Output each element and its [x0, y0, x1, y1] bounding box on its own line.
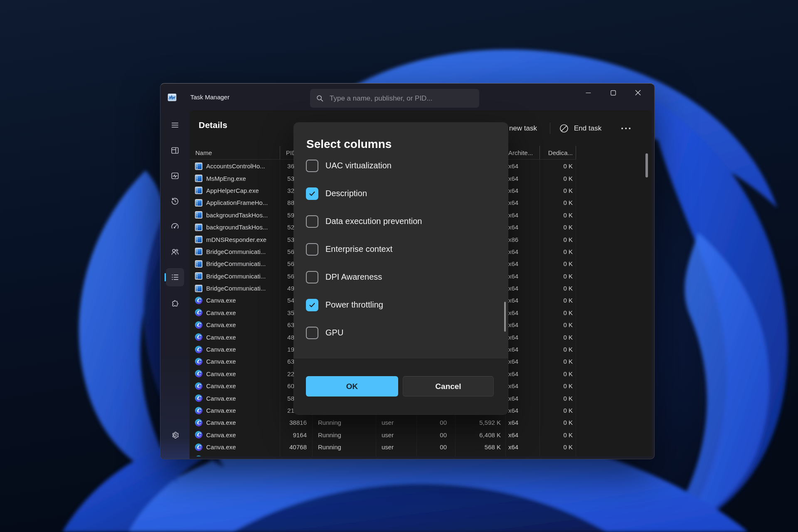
process-icon: [195, 394, 202, 402]
titlebar[interactable]: Task Manager: [160, 84, 654, 110]
desktop: Task Manager: [0, 0, 798, 532]
process-dedicated-gpu: [540, 453, 576, 456]
column-option[interactable]: GPU: [294, 319, 508, 347]
column-header-architecture[interactable]: Archite...: [506, 146, 540, 159]
process-dedicated-gpu: 0 K: [540, 258, 576, 270]
process-name: Canva.exe: [206, 334, 236, 341]
process-architecture: x64: [506, 416, 540, 429]
process-user: user: [376, 441, 417, 453]
table-row[interactable]: Canva.exe Running: [190, 453, 576, 456]
column-option[interactable]: Enterprise context: [294, 235, 508, 263]
process-name: Canva.exe: [206, 346, 236, 353]
sidebar-item-services[interactable]: [166, 295, 184, 313]
column-header-name[interactable]: Name: [190, 146, 280, 159]
process-user: [376, 453, 417, 456]
checkbox[interactable]: [306, 187, 318, 200]
search-input[interactable]: [329, 94, 473, 103]
ok-button[interactable]: OK: [306, 376, 398, 397]
process-dedicated-gpu: 0 K: [540, 355, 576, 367]
sidebar-item-app-history[interactable]: [166, 192, 184, 210]
process-architecture: x64: [506, 355, 540, 367]
column-option[interactable]: Description: [294, 180, 508, 207]
minimize-button[interactable]: [576, 84, 601, 102]
table-row[interactable]: Canva.exe 38816 Running user 00 5,592 K …: [190, 416, 576, 429]
process-dedicated-gpu: 0 K: [540, 331, 576, 343]
column-option[interactable]: Data execution prevention: [294, 207, 508, 235]
process-architecture: x64: [506, 294, 540, 306]
process-dedicated-gpu: 0 K: [540, 246, 576, 258]
process-icon: [195, 321, 202, 329]
process-name: Canva.exe: [206, 297, 236, 304]
process-name: mDNSResponder.exe: [206, 236, 266, 243]
column-option[interactable]: DPI Awareness: [294, 263, 508, 291]
process-architecture: [506, 453, 540, 456]
process-icon: [195, 431, 202, 438]
search-box[interactable]: [310, 89, 479, 108]
processes-icon: [170, 146, 180, 155]
process-icon: [195, 175, 202, 182]
table-scrollbar[interactable]: [645, 153, 648, 177]
checkbox[interactable]: [306, 243, 318, 256]
process-cpu: [417, 453, 456, 456]
select-columns-dialog: Select columns UAC virtualization Descri…: [293, 122, 508, 415]
process-architecture: x64: [506, 343, 540, 355]
checkbox[interactable]: [306, 299, 318, 311]
checkbox[interactable]: [306, 271, 318, 283]
process-memory: 568 K: [456, 441, 506, 453]
dialog-scroll-area: Select columns UAC virtualization Descri…: [294, 123, 508, 359]
process-cpu: 00: [417, 429, 456, 441]
sidebar-hamburger-menu[interactable]: [166, 116, 184, 134]
process-name: Canva.exe: [206, 407, 236, 414]
end-task-button[interactable]: End task: [559, 123, 601, 134]
column-option[interactable]: Power throttling: [294, 291, 508, 319]
process-architecture: x64: [506, 185, 540, 197]
process-dedicated-gpu: 0 K: [540, 282, 576, 294]
close-button[interactable]: [626, 84, 650, 102]
process-dedicated-gpu: 0 K: [540, 392, 576, 404]
process-dedicated-gpu: 0 K: [540, 294, 576, 306]
cancel-button[interactable]: Cancel: [403, 376, 494, 397]
process-name: BridgeCommunicati...: [206, 285, 266, 292]
process-icon: [195, 163, 202, 170]
process-name: Canva.exe: [206, 419, 236, 426]
process-icon: [195, 211, 202, 219]
process-architecture: x64: [506, 331, 540, 343]
dialog-footer: OK Cancel: [294, 359, 508, 415]
startup-apps-icon: [170, 222, 180, 231]
sidebar-item-processes[interactable]: [166, 141, 184, 160]
process-name: BridgeCommunicati...: [206, 260, 266, 267]
sidebar-item-users[interactable]: [166, 243, 184, 261]
process-dedicated-gpu: 0 K: [540, 319, 576, 331]
process-icon: [195, 419, 202, 426]
table-row[interactable]: Canva.exe 9164 Running user 00 6,408 K x…: [190, 429, 576, 441]
sidebar-item-startup-apps[interactable]: [166, 217, 184, 236]
sidebar-item-settings[interactable]: [166, 426, 184, 444]
column-header-dedicated[interactable]: Dedica...: [540, 146, 576, 159]
sidebar-item-performance[interactable]: [166, 167, 184, 185]
page-title: Details: [199, 120, 227, 130]
checkbox[interactable]: [306, 327, 318, 339]
process-architecture: x64: [506, 197, 540, 209]
process-architecture: x64: [506, 209, 540, 221]
process-dedicated-gpu: 0 K: [540, 209, 576, 221]
process-icon: [195, 333, 202, 341]
minimize-icon: [586, 90, 591, 96]
dot-icon: [625, 128, 627, 129]
table-row[interactable]: Canva.exe 40768 Running user 00 568 K x6…: [190, 441, 576, 453]
process-icon: [195, 297, 202, 304]
process-name: AppHelperCap.exe: [206, 187, 259, 194]
checkbox[interactable]: [306, 215, 318, 228]
process-dedicated-gpu: 0 K: [540, 270, 576, 282]
process-architecture: x64: [506, 172, 540, 184]
process-architecture: x64: [506, 246, 540, 258]
column-option[interactable]: UAC virtualization: [294, 152, 508, 180]
process-name: Canva.exe: [206, 395, 236, 402]
dialog-scrollbar[interactable]: [504, 302, 506, 332]
checkbox[interactable]: [306, 160, 318, 172]
more-options-button[interactable]: [619, 123, 633, 134]
process-dedicated-gpu: 0 K: [540, 441, 576, 453]
sidebar-item-details[interactable]: [166, 268, 184, 286]
maximize-button[interactable]: [601, 84, 626, 102]
process-architecture: x64: [506, 429, 540, 441]
process-architecture: x64: [506, 380, 540, 392]
